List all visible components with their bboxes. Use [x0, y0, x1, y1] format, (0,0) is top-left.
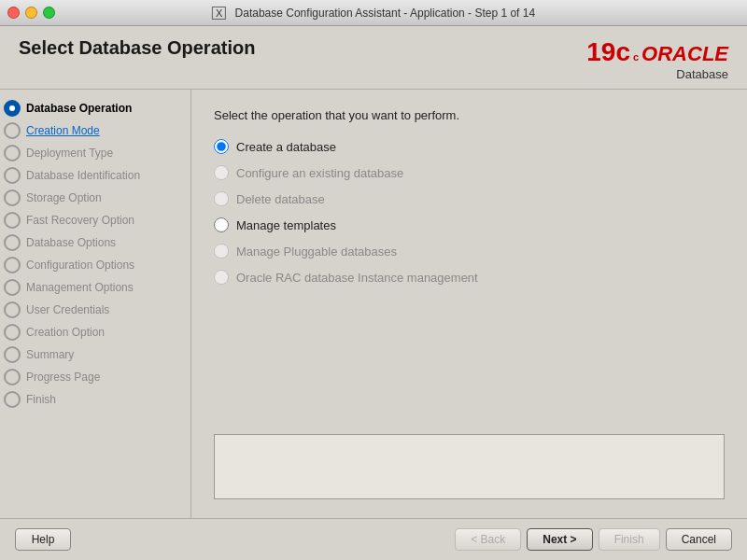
radio-item-create-db[interactable]: Create a database [214, 139, 725, 154]
step-dot-creation-option [4, 324, 21, 341]
radio-oracle-rac [214, 270, 229, 285]
back-button[interactable]: < Back [455, 528, 521, 551]
sidebar: Database OperationCreation ModeDeploymen… [0, 90, 191, 518]
sidebar-label-fast-recovery-option: Fast Recovery Option [26, 214, 134, 227]
sidebar-item-summary: Summary [0, 343, 190, 366]
radio-item-manage-pluggable: Manage Pluggable databases [214, 244, 725, 259]
step-dot-deployment-type [4, 145, 21, 161]
radio-manage-pluggable [214, 244, 229, 259]
sidebar-item-configuration-options: Configuration Options [0, 254, 190, 276]
sidebar-label-finish: Finish [26, 393, 56, 406]
main-panel: Select the operation that you want to pe… [191, 90, 747, 518]
window-title: X Database Configuration Assistant - App… [212, 7, 535, 20]
sidebar-label-user-credentials: User Credentials [26, 303, 109, 316]
step-dot-configuration-options [4, 257, 21, 273]
step-dot-creation-mode [4, 122, 21, 139]
radio-create-db[interactable] [214, 139, 229, 154]
sidebar-item-database-identification: Database Identification [0, 164, 190, 187]
step-dot-fast-recovery-option [4, 212, 21, 229]
radio-item-configure-existing: Configure an existing database [214, 165, 725, 180]
sidebar-item-database-operation[interactable]: Database Operation [0, 97, 190, 119]
description-box [214, 434, 725, 499]
step-dot-summary [4, 346, 21, 363]
sidebar-item-finish: Finish [0, 388, 190, 411]
sidebar-item-management-options: Management Options [0, 276, 190, 299]
radio-configure-existing [214, 165, 229, 180]
cancel-button[interactable]: Cancel [666, 528, 732, 551]
instruction-text: Select the operation that you want to pe… [214, 108, 725, 122]
operation-radio-group: Create a databaseConfigure an existing d… [214, 139, 725, 285]
oracle-db-label: Database [586, 67, 728, 81]
sidebar-item-creation-option: Creation Option [0, 321, 190, 343]
radio-label-create-db: Create a database [236, 140, 336, 154]
sidebar-label-creation-option: Creation Option [26, 326, 105, 339]
page-title: Select Database Operation [19, 37, 255, 59]
oracle-brand: ORACLE [641, 42, 728, 66]
radio-item-manage-templates[interactable]: Manage templates [214, 217, 725, 232]
oracle-version: 19c [586, 37, 630, 67]
sidebar-item-user-credentials: User Credentials [0, 299, 190, 321]
finish-button[interactable]: Finish [599, 528, 660, 551]
radio-label-manage-templates: Manage templates [236, 218, 336, 232]
sidebar-label-database-identification: Database Identification [26, 169, 140, 182]
help-button[interactable]: Help [15, 528, 71, 551]
step-dot-database-identification [4, 167, 21, 184]
radio-label-oracle-rac: Oracle RAC database Instance management [236, 271, 478, 285]
next-button[interactable]: Next > [527, 528, 592, 551]
sidebar-item-fast-recovery-option: Fast Recovery Option [0, 209, 190, 231]
titlebar-icon-label: X [212, 7, 226, 20]
footer-right: < Back Next > Finish Cancel [455, 528, 732, 551]
sidebar-label-management-options: Management Options [26, 281, 134, 294]
radio-delete-db [214, 191, 229, 206]
sidebar-item-database-options: Database Options [0, 231, 190, 254]
radio-item-oracle-rac: Oracle RAC database Instance management [214, 270, 725, 285]
step-dot-progress-page [4, 369, 21, 385]
step-dot-database-operation [4, 100, 21, 117]
sidebar-item-deployment-type: Deployment Type [0, 142, 190, 164]
footer: Help < Back Next > Finish Cancel [0, 518, 747, 560]
sidebar-label-progress-page: Progress Page [26, 371, 100, 384]
maximize-button[interactable] [43, 7, 55, 19]
sidebar-item-creation-mode[interactable]: Creation Mode [0, 119, 190, 142]
sidebar-label-summary: Summary [26, 348, 74, 361]
content-area: Database OperationCreation ModeDeploymen… [0, 90, 747, 518]
radio-manage-templates[interactable] [214, 217, 229, 232]
oracle-logo: 19c c ORACLE Database [586, 37, 728, 81]
radio-item-delete-db: Delete database [214, 191, 725, 206]
step-dot-database-options [4, 234, 21, 251]
minimize-button[interactable] [25, 7, 37, 19]
sidebar-label-storage-option: Storage Option [26, 191, 102, 204]
titlebar: X Database Configuration Assistant - App… [0, 0, 747, 26]
close-button[interactable] [7, 7, 20, 19]
sidebar-label-configuration-options: Configuration Options [26, 259, 134, 272]
sidebar-label-database-options: Database Options [26, 236, 116, 249]
radio-label-delete-db: Delete database [236, 192, 325, 206]
step-dot-finish [4, 391, 21, 408]
sidebar-label-creation-mode: Creation Mode [26, 124, 100, 137]
radio-label-manage-pluggable: Manage Pluggable databases [236, 245, 397, 259]
sidebar-label-deployment-type: Deployment Type [26, 147, 113, 160]
header: Select Database Operation 19c c ORACLE D… [0, 26, 747, 90]
step-dot-storage-option [4, 189, 21, 206]
radio-label-configure-existing: Configure an existing database [236, 166, 403, 180]
step-dot-user-credentials [4, 301, 21, 318]
window-controls[interactable] [7, 7, 55, 19]
sidebar-item-progress-page: Progress Page [0, 366, 190, 388]
sidebar-label-database-operation: Database Operation [26, 102, 132, 115]
sidebar-item-storage-option: Storage Option [0, 187, 190, 209]
main-window: Select Database Operation 19c c ORACLE D… [0, 26, 747, 560]
footer-left: Help [15, 528, 71, 551]
step-dot-management-options [4, 279, 21, 296]
